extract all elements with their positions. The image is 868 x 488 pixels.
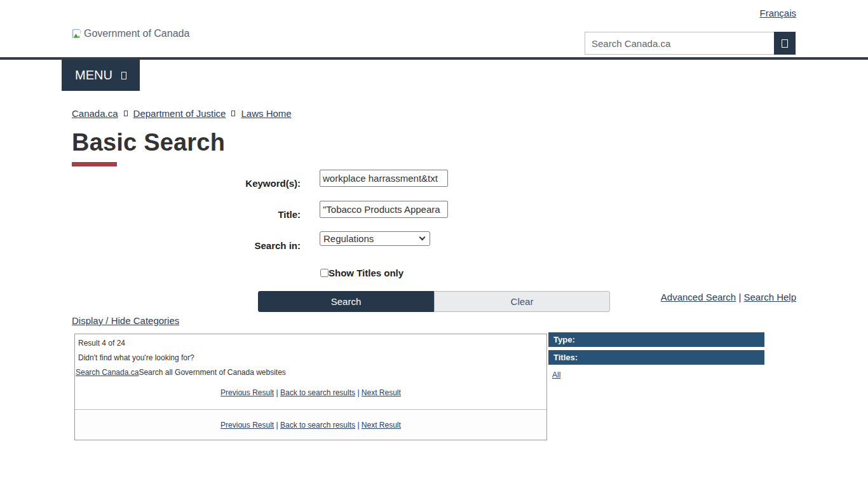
advanced-search-link[interactable]: Advanced Search: [661, 292, 736, 302]
breadcrumb-link-canada[interactable]: Canada.ca: [72, 108, 118, 119]
menu-button-label: MENU: [75, 68, 112, 83]
search-icon: [782, 39, 788, 48]
facet-all-link[interactable]: All: [552, 370, 560, 379]
site-search-input[interactable]: [585, 32, 774, 55]
search-button[interactable]: Search: [258, 291, 434, 312]
nav-separator: |: [357, 421, 359, 430]
nav-separator: |: [357, 388, 359, 397]
search-all-text: Search all Government of Canada websites: [139, 368, 285, 377]
facet-type-header: Type:: [548, 332, 764, 347]
search-help-link[interactable]: Search Help: [743, 292, 796, 302]
show-titles-only-checkbox[interactable]: [320, 269, 329, 277]
previous-result-link[interactable]: Previous Result: [220, 421, 274, 430]
chevron-down-icon: [419, 234, 426, 241]
search-in-select[interactable]: Regulations: [320, 231, 430, 246]
title-accent-rule: [72, 162, 117, 166]
breadcrumb-link-justice[interactable]: Department of Justice: [133, 108, 226, 119]
clear-button[interactable]: Clear: [434, 291, 610, 312]
result-panel-body: Result 4 of 24 Didn't find what you're l…: [75, 334, 546, 410]
back-to-results-link[interactable]: Back to search results: [280, 421, 355, 430]
next-result-link[interactable]: Next Result: [362, 421, 401, 430]
form-help-links: Advanced Search | Search Help: [661, 292, 796, 302]
language-toggle-link[interactable]: Français: [759, 8, 796, 18]
not-found-text: Didn't find what you're looking for?: [78, 354, 543, 362]
show-titles-only-label: Show Titles only: [329, 268, 403, 278]
result-panel-footer: Previous Result | Back to search results…: [75, 410, 546, 440]
site-search: [585, 32, 796, 55]
facet-titles-header: Titles:: [548, 350, 764, 365]
previous-result-link[interactable]: Previous Result: [220, 388, 274, 397]
broken-image-icon: [71, 29, 83, 39]
goc-logo-alt-text: Government of Canada: [84, 28, 189, 39]
goc-logo[interactable]: Government of Canada: [71, 28, 189, 39]
menu-button[interactable]: MENU: [62, 60, 140, 91]
chevron-down-icon: [121, 72, 126, 79]
display-hide-categories-link[interactable]: Display / Hide Categories: [72, 315, 179, 326]
nav-separator: |: [276, 388, 278, 397]
search-canada-link[interactable]: Search Canada.ca: [76, 368, 139, 377]
facet-sidebar: Type: Titles: All: [548, 332, 764, 380]
search-all-row: Search Canada.caSearch all Government of…: [76, 369, 543, 377]
title-input[interactable]: [320, 201, 448, 218]
nav-separator: |: [276, 421, 278, 430]
breadcrumb: Canada.ca Department of Justice Laws Hom…: [72, 108, 292, 119]
breadcrumb-separator-icon: [231, 111, 235, 116]
search-in-selected-value: Regulations: [323, 233, 374, 244]
keyword-input[interactable]: [320, 170, 448, 187]
result-panel: Result 4 of 24 Didn't find what you're l…: [74, 334, 547, 440]
result-count: Result 4 of 24: [78, 339, 543, 348]
links-separator: |: [738, 292, 741, 302]
breadcrumb-separator-icon: [124, 111, 128, 116]
back-to-results-link[interactable]: Back to search results: [280, 388, 355, 397]
search-in-label: Search in:: [199, 240, 301, 251]
result-nav-top: Previous Result | Back to search results…: [78, 388, 543, 397]
breadcrumb-link-laws-home[interactable]: Laws Home: [241, 108, 291, 119]
show-titles-only-row: Show Titles only: [320, 268, 403, 278]
title-label: Title:: [199, 209, 301, 220]
site-search-button[interactable]: [774, 32, 796, 55]
result-nav-bottom: Previous Result | Back to search results…: [220, 421, 401, 430]
keyword-label: Keyword(s):: [199, 178, 301, 189]
page-title: Basic Search: [72, 129, 225, 156]
next-result-link[interactable]: Next Result: [362, 388, 401, 397]
